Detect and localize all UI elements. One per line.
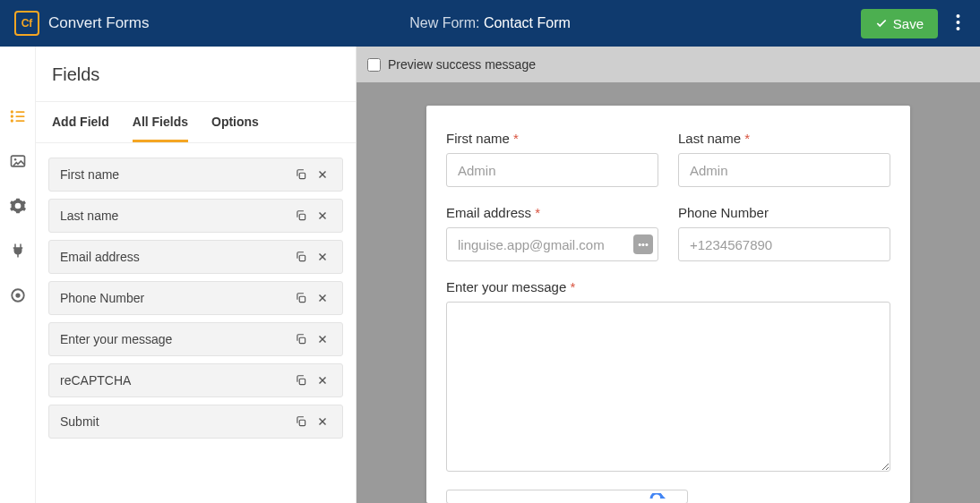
kebab-icon	[956, 14, 960, 30]
first-name-label-text: First name	[446, 131, 510, 146]
required-marker: *	[744, 131, 750, 146]
delete-button[interactable]	[312, 287, 333, 309]
preview-success-label: Preview success message	[388, 57, 536, 72]
close-icon	[316, 415, 329, 428]
canvas-toolbar: Preview success message	[357, 47, 980, 82]
field-item[interactable]: Phone Number	[48, 281, 343, 315]
delete-button[interactable]	[312, 370, 333, 391]
last-name-label: Last name *	[678, 131, 890, 146]
close-icon	[316, 292, 329, 304]
svg-rect-25	[299, 337, 305, 343]
svg-rect-16	[299, 214, 305, 219]
email-autofill-button[interactable]: •••	[633, 234, 653, 254]
field-item-label: reCAPTCHA	[60, 373, 290, 388]
duplicate-button[interactable]	[290, 287, 312, 309]
duplicate-button[interactable]	[290, 411, 312, 432]
delete-button[interactable]	[312, 411, 333, 432]
save-button[interactable]: Save	[861, 9, 938, 38]
svg-point-7	[10, 119, 13, 122]
duplicate-button[interactable]	[290, 205, 312, 226]
list-icon	[9, 107, 27, 125]
save-label: Save	[893, 16, 924, 31]
close-icon	[316, 168, 329, 181]
brand: Cf Convert Forms	[14, 11, 149, 36]
plug-icon	[10, 243, 26, 259]
integrations-rail-icon[interactable]	[9, 242, 27, 260]
image-icon	[9, 152, 27, 170]
delete-button[interactable]	[312, 205, 333, 226]
required-marker: *	[513, 131, 519, 146]
brand-logo-icon: Cf	[14, 11, 39, 36]
recaptcha-widget[interactable]	[446, 490, 688, 503]
design-rail-icon[interactable]	[9, 152, 27, 170]
duplicate-button[interactable]	[290, 164, 312, 185]
svg-rect-8	[15, 120, 24, 122]
duplicate-button[interactable]	[290, 370, 312, 391]
message-textarea[interactable]	[446, 302, 890, 472]
field-item[interactable]: First name	[48, 158, 343, 192]
top-header: Cf Convert Forms New Form: Contact Form …	[0, 0, 980, 47]
tab-all-fields[interactable]: All Fields	[133, 102, 188, 142]
svg-rect-6	[15, 115, 24, 117]
field-item[interactable]: Enter your message	[48, 322, 343, 356]
delete-button[interactable]	[312, 328, 333, 350]
field-item[interactable]: reCAPTCHA	[48, 363, 343, 397]
message-label-text: Enter your message	[446, 279, 566, 294]
copy-icon	[295, 374, 307, 387]
svg-point-5	[10, 115, 13, 117]
check-icon	[875, 17, 888, 30]
field-item-label: Submit	[60, 414, 290, 429]
close-icon	[316, 251, 329, 263]
svg-point-2	[957, 27, 960, 30]
preview-success-checkbox[interactable]	[367, 58, 381, 72]
behavior-rail-icon[interactable]	[9, 286, 27, 304]
duplicate-button[interactable]	[290, 328, 312, 350]
svg-rect-4	[15, 111, 24, 113]
record-icon	[10, 287, 26, 303]
field-item-label: Enter your message	[60, 332, 290, 346]
left-icon-rail	[0, 47, 36, 503]
close-icon	[316, 333, 329, 345]
title-prefix: New Form:	[409, 15, 479, 30]
sidebar-tabs: Add Field All Fields Options	[36, 102, 356, 143]
tab-options[interactable]: Options	[211, 102, 259, 142]
delete-button[interactable]	[312, 164, 333, 185]
svg-rect-22	[299, 296, 305, 302]
copy-icon	[295, 209, 307, 222]
email-label: Email address *	[446, 205, 658, 220]
phone-label-text: Phone Number	[678, 205, 769, 220]
first-name-input[interactable]	[446, 153, 658, 187]
svg-point-1	[957, 21, 960, 24]
form-preview: First name * Last name * Email address *…	[426, 106, 910, 503]
copy-icon	[295, 168, 307, 181]
copy-icon	[295, 333, 307, 345]
phone-input[interactable]	[678, 227, 890, 261]
field-list: First name Last name Email address Phone…	[36, 143, 356, 453]
canvas: Preview success message First name * Las…	[357, 47, 980, 503]
close-icon	[316, 374, 329, 387]
field-item-label: Last name	[60, 209, 290, 223]
tab-add-field[interactable]: Add Field	[52, 102, 109, 142]
close-icon	[316, 209, 329, 222]
required-marker: *	[535, 205, 540, 220]
duplicate-button[interactable]	[290, 246, 312, 268]
field-item-label: Phone Number	[60, 291, 290, 305]
svg-point-3	[10, 110, 13, 113]
brand-initials: Cf	[21, 17, 33, 30]
form-name: Contact Form	[484, 15, 571, 30]
field-item[interactable]: Submit	[48, 405, 343, 439]
email-input[interactable]	[446, 227, 658, 261]
svg-rect-19	[299, 255, 305, 260]
message-label: Enter your message *	[446, 279, 890, 294]
fields-rail-icon[interactable]	[9, 107, 27, 125]
copy-icon	[295, 292, 307, 304]
fields-sidebar: Fields Add Field All Fields Options Firs…	[36, 47, 357, 503]
recaptcha-icon	[649, 492, 671, 503]
settings-rail-icon[interactable]	[9, 197, 27, 215]
last-name-input[interactable]	[678, 153, 890, 187]
field-item[interactable]: Last name	[48, 199, 343, 233]
field-item[interactable]: Email address	[48, 240, 343, 274]
svg-rect-28	[299, 379, 305, 384]
more-menu-button[interactable]	[950, 9, 966, 38]
delete-button[interactable]	[312, 246, 333, 268]
